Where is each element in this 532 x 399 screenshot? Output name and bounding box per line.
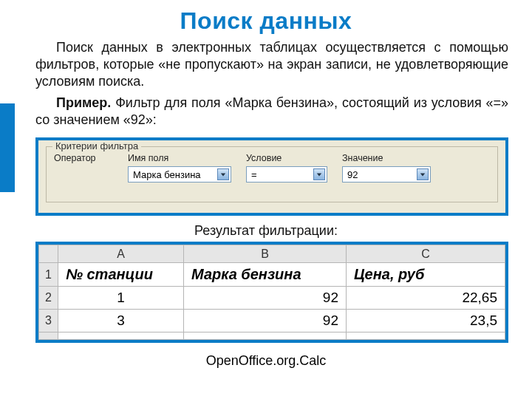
cell[interactable]: 92 xyxy=(184,287,347,310)
spreadsheet-table: A B C 1 № станции Марка бензина Цена, ру… xyxy=(38,245,505,340)
value-combobox[interactable]: 92 xyxy=(342,166,431,183)
cell[interactable]: № станции xyxy=(58,263,184,287)
row-header[interactable]: 2 xyxy=(39,287,58,310)
body-text: Поиск данных в электронных таблицах осущ… xyxy=(0,39,532,129)
chevron-down-icon xyxy=(217,168,229,180)
example-label: Пример. xyxy=(56,95,111,110)
column-header-A[interactable]: A xyxy=(58,245,184,263)
cell[interactable] xyxy=(58,332,184,340)
cell[interactable]: 1 xyxy=(58,287,184,310)
paragraph-2: Пример. Фильтр для поля «Марка бензина»,… xyxy=(35,95,508,129)
filter-group-legend: Критерии фильтра xyxy=(52,140,141,151)
filter-dialog: Критерии фильтра Оператор Имя поля Марка… xyxy=(35,137,508,216)
operator-label: Оператор xyxy=(54,153,113,163)
field-value: Марка бензина xyxy=(133,169,201,180)
row-header[interactable]: 3 xyxy=(39,310,58,332)
cell[interactable]: Марка бензина xyxy=(184,263,347,287)
cell[interactable] xyxy=(347,332,505,340)
condition-combobox[interactable]: = xyxy=(246,166,327,183)
field-combobox[interactable]: Марка бензина xyxy=(128,166,231,183)
spreadsheet: A B C 1 № станции Марка бензина Цена, ру… xyxy=(35,242,508,343)
app-name-label: OpenOffice.org.Calc xyxy=(0,353,532,369)
cell[interactable]: Цена, руб xyxy=(347,263,505,287)
column-header-B[interactable]: B xyxy=(184,245,347,263)
filter-col-condition: Условие = xyxy=(246,153,327,183)
result-label: Результат фильтрации: xyxy=(0,223,532,239)
filter-col-field: Имя поля Марка бензина xyxy=(128,153,231,183)
corner-cell[interactable] xyxy=(39,245,58,263)
cell[interactable]: 23,5 xyxy=(347,310,505,332)
row-header[interactable]: 1 xyxy=(39,263,58,287)
condition-value: = xyxy=(251,169,257,180)
filter-col-operator: Оператор xyxy=(54,153,113,163)
field-label: Имя поля xyxy=(128,153,231,163)
cell[interactable]: 3 xyxy=(58,310,184,332)
value-label: Значение xyxy=(342,153,431,163)
cell[interactable] xyxy=(184,332,347,340)
filter-group: Критерии фильтра Оператор Имя поля Марка… xyxy=(46,146,498,202)
value-value: 92 xyxy=(347,169,358,180)
chevron-down-icon xyxy=(417,168,429,180)
row-header[interactable] xyxy=(39,332,58,340)
paragraph-1: Поиск данных в электронных таблицах осущ… xyxy=(35,39,508,90)
table-row: 3 3 92 23,5 xyxy=(39,310,505,332)
cell[interactable]: 92 xyxy=(184,310,347,332)
column-header-row: A B C xyxy=(39,245,505,263)
cell[interactable]: 22,65 xyxy=(347,287,505,310)
side-accent xyxy=(0,103,15,192)
condition-label: Условие xyxy=(246,153,327,163)
table-row: 2 1 92 22,65 xyxy=(39,287,505,310)
filter-col-value: Значение 92 xyxy=(342,153,431,183)
column-header-C[interactable]: C xyxy=(347,245,505,263)
chevron-down-icon xyxy=(313,168,325,180)
table-row-cut xyxy=(39,332,505,340)
page-title: Поиск данных xyxy=(0,0,532,39)
table-row: 1 № станции Марка бензина Цена, руб xyxy=(39,263,505,287)
